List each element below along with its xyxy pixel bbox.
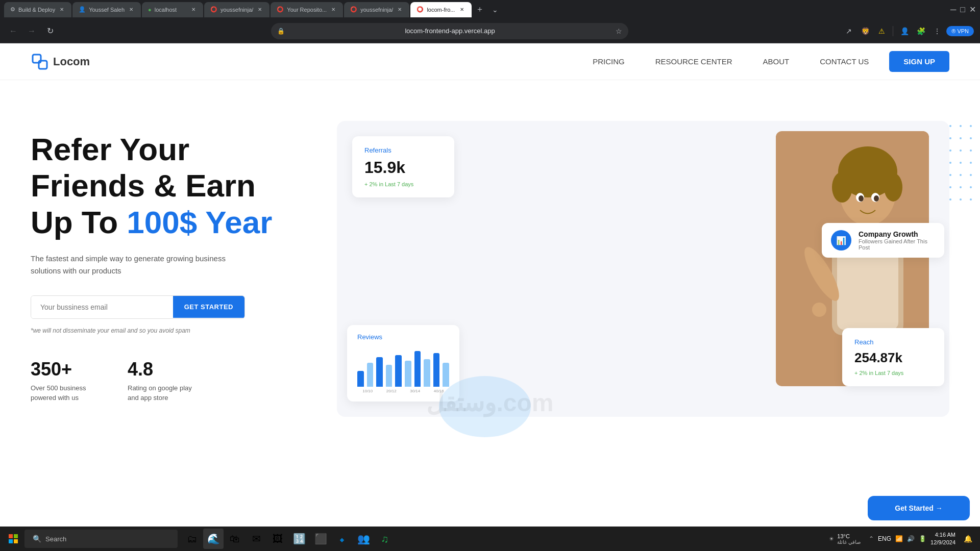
tab-list-button[interactable]: ⌄ — [492, 6, 498, 14]
bar-3 — [386, 365, 393, 387]
bar-7 — [424, 359, 430, 387]
share-icon[interactable]: ↗ — [842, 24, 856, 38]
stat-item-2: 4.8 Rating on google play and app store — [128, 359, 194, 403]
tab-7-active[interactable]: ⭕ locom-fro... ✕ — [410, 2, 472, 17]
dot-5 — [960, 125, 962, 127]
dot-65 — [960, 186, 962, 188]
profile-icon[interactable]: 👤 — [897, 24, 912, 38]
close-window-button[interactable]: ✕ — [969, 5, 976, 14]
url-text: locom-frontend-app.vercel.app — [289, 27, 611, 35]
tab-7-close[interactable]: ✕ — [458, 6, 465, 13]
signup-button[interactable]: SIGN UP — [889, 51, 949, 72]
tab-5[interactable]: ⭕ Your Reposito... ✕ — [271, 2, 343, 17]
reviews-label: Reviews — [357, 333, 449, 341]
tab-4-close[interactable]: ✕ — [256, 6, 263, 13]
bar-8 — [433, 353, 440, 387]
dot-16 — [949, 137, 951, 139]
svg-point-6 — [832, 172, 852, 203]
tab-2[interactable]: 👤 Youssef Saleh ✕ — [72, 2, 141, 17]
stat-item-1: 350+ Over 500 business powered with us — [31, 359, 97, 403]
address-bar-row: ← → ↻ 🔒 locom-frontend-app.vercel.app ☆ … — [0, 19, 980, 43]
stat-number-1: 350+ — [31, 359, 97, 380]
tab-6[interactable]: ⭕ youssefninja/ ✕ — [344, 2, 409, 17]
reload-button[interactable]: ↻ — [43, 24, 57, 38]
tab-1-close[interactable]: ✕ — [58, 6, 65, 13]
back-button[interactable]: ← — [6, 24, 20, 38]
email-input[interactable] — [31, 296, 173, 318]
browser-menu-icon[interactable]: ⋮ — [930, 24, 944, 38]
nav-pricing[interactable]: PRICING — [593, 57, 625, 66]
warning-icon[interactable]: ⚠ — [874, 24, 889, 38]
bar-9 — [443, 363, 449, 387]
growth-title: Company Growth — [859, 230, 935, 238]
hero-left: Refer Your Friends & Earn Up To 100$ Yea… — [31, 121, 296, 403]
company-growth-card: 📊 Company Growth Followers Gained After … — [822, 223, 944, 258]
dot-40 — [949, 162, 951, 164]
svg-point-7 — [884, 173, 902, 202]
hero-section: Refer Your Friends & Earn Up To 100$ Yea… — [0, 80, 980, 447]
reviews-card: Reviews 10/10 20/12 30/14 40/16 — [347, 325, 459, 402]
nav-links: PRICING RESOURCE CENTER ABOUT CONTACT US — [593, 57, 869, 66]
tab-3[interactable]: ● localhost ✕ — [142, 2, 203, 17]
svg-point-14 — [874, 195, 879, 202]
growth-text: Company Growth Followers Gained After Th… — [859, 230, 935, 251]
window-controls: ─ □ ✕ — [950, 5, 976, 14]
referrals-value: 15.9k — [364, 158, 442, 177]
dot-64 — [949, 186, 951, 188]
maximize-button[interactable]: □ — [960, 5, 965, 14]
dot-52 — [949, 174, 951, 176]
stat-desc-2: Rating on google play and app store — [128, 383, 194, 403]
address-bar[interactable]: 🔒 locom-frontend-app.vercel.app ☆ — [271, 23, 628, 39]
logo[interactable]: Locom — [31, 53, 90, 71]
reach-label: Reach — [854, 338, 932, 346]
nav-contact-us[interactable]: CONTACT US — [820, 57, 869, 66]
dot-17 — [960, 137, 962, 139]
tab-5-close[interactable]: ✕ — [330, 6, 337, 13]
bar-2 — [376, 357, 383, 387]
dot-53 — [960, 174, 962, 176]
tab-2-close[interactable]: ✕ — [128, 6, 135, 13]
hero-title: Refer Your Friends & Earn Up To 100$ Yea… — [31, 131, 296, 240]
bar-4 — [395, 355, 402, 387]
hero-subtitle: The fastest and simple way to generate g… — [31, 253, 245, 277]
dot-76 — [949, 198, 951, 201]
dot-54 — [970, 174, 972, 176]
growth-icon: 📊 — [831, 230, 851, 251]
bar-5 — [405, 361, 411, 387]
extensions-icon[interactable]: 🧩 — [914, 24, 928, 38]
reach-trend: + 2% in Last 7 days — [854, 370, 932, 376]
dot-41 — [960, 162, 962, 164]
new-tab-button[interactable]: ＋ — [473, 3, 487, 17]
vpn-button[interactable]: ® VPN — [946, 26, 974, 36]
svg-point-13 — [859, 195, 864, 202]
lock-icon: 🔒 — [277, 28, 285, 35]
tab-4[interactable]: ⭕ youssefninja/ ✕ — [204, 2, 270, 17]
tab-1[interactable]: ⚙ Build & Deploy ✕ — [4, 2, 71, 17]
logo-text: Locom — [53, 55, 90, 68]
logo-icon — [31, 53, 49, 71]
dot-66 — [970, 186, 972, 188]
dot-29 — [960, 149, 962, 152]
bar-0 — [357, 371, 364, 387]
brave-lion-icon[interactable]: 🦁 — [858, 24, 872, 38]
nav-resource-center[interactable]: RESOURCE CENTER — [655, 57, 732, 66]
reach-value: 254.87k — [854, 350, 932, 366]
browser-actions: ↗ 🦁 ⚠ 👤 🧩 ⋮ ® VPN — [842, 24, 974, 38]
nav-about[interactable]: ABOUT — [763, 57, 790, 66]
dot-78 — [970, 198, 972, 201]
decorative-ellipse — [439, 376, 531, 437]
bookmark-icon[interactable]: ☆ — [616, 27, 622, 35]
dot-18 — [970, 137, 972, 139]
page: Locom PRICING RESOURCE CENTER ABOUT CONT… — [0, 43, 980, 447]
dot-6 — [970, 125, 972, 127]
get-started-button[interactable]: GET STARTED — [173, 296, 244, 318]
dot-28 — [949, 149, 951, 152]
forward-button[interactable]: → — [24, 24, 39, 38]
tab-6-close[interactable]: ✕ — [396, 6, 403, 13]
minimize-button[interactable]: ─ — [950, 5, 956, 14]
dot-42 — [970, 162, 972, 164]
tab-3-close[interactable]: ✕ — [190, 6, 197, 13]
tab-bar: ⚙ Build & Deploy ✕ 👤 Youssef Saleh ✕ ● l… — [4, 0, 944, 19]
chart-labels: 10/10 20/12 30/14 40/16 — [357, 389, 449, 393]
referrals-trend: + 2% in Last 7 days — [364, 181, 442, 187]
